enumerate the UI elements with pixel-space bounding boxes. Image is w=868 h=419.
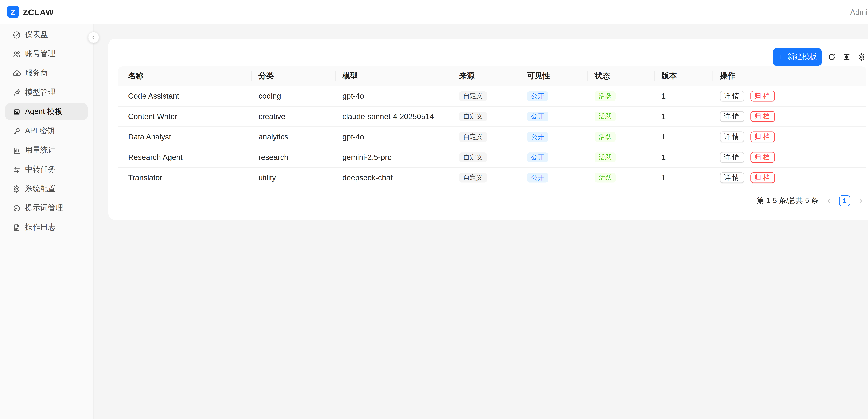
message-icon (12, 204, 21, 212)
source-tag: 自定义 (459, 112, 487, 121)
user-menu[interactable]: Admin (850, 8, 868, 16)
visibility-tag: 公开 (527, 91, 548, 101)
sidebar-item-label: 账号管理 (25, 49, 56, 59)
gear-icon (12, 185, 21, 193)
chevron-right-icon (858, 198, 864, 204)
sidebar-item-label: 仪表盘 (25, 30, 48, 40)
sidebar-item-prompts[interactable]: 提示词管理 (5, 200, 88, 216)
cell-version: 1 (655, 86, 713, 107)
refresh-button[interactable] (827, 52, 837, 62)
column-settings-button[interactable] (857, 52, 866, 62)
status-tag: 活跃 (595, 152, 616, 162)
sidebar-item-models[interactable]: 模型管理 (5, 84, 88, 101)
visibility-tag: 公开 (527, 173, 548, 183)
chevron-left-icon (91, 35, 96, 40)
sidebar-item-usage-stats[interactable]: 用量统计 (5, 142, 88, 159)
sidebar-item-label: 系统配置 (25, 184, 56, 194)
sidebar-item-api-keys[interactable]: API 密钥 (5, 122, 88, 140)
cell-actions: 详情 归档 (713, 168, 866, 188)
source-tag: 自定义 (459, 173, 487, 183)
cell-version: 1 (655, 106, 713, 127)
table-row: Research Agent research gemini-2.5-pro 自… (118, 147, 866, 168)
table-row: Code Assistant coding gpt-4o 自定义 公开 活跃 1… (118, 86, 866, 107)
pagination: 第 1-5 条/总共 5 条 1 (118, 195, 866, 206)
pagination-total: 第 1-5 条/总共 5 条 (757, 196, 818, 206)
cell-status: 活跃 (588, 106, 655, 127)
archive-button[interactable]: 归档 (750, 173, 775, 183)
sidebar-item-system-config[interactable]: 系统配置 (5, 180, 88, 197)
cloud-icon (12, 69, 21, 78)
cell-status: 活跃 (588, 147, 655, 168)
sidebar-item-dashboard[interactable]: 仪表盘 (5, 26, 88, 43)
cell-source: 自定义 (453, 127, 521, 147)
cell-visibility: 公开 (521, 127, 588, 147)
brand-logo-icon: Z (7, 6, 19, 18)
detail-button[interactable]: 详情 (720, 152, 744, 163)
archive-button[interactable]: 归档 (750, 111, 775, 122)
status-tag: 活跃 (595, 91, 616, 101)
cell-model: deepseek-chat (336, 168, 453, 188)
sidebar-nav: 仪表盘 账号管理 服务商 模型管理 Agent 模板 API 密钥 用量统计 中… (0, 26, 93, 236)
source-tag: 自定义 (459, 91, 487, 101)
sidebar-item-logs[interactable]: 操作日志 (5, 219, 88, 236)
cell-name: Translator (118, 168, 252, 188)
cell-name: Content Writer (118, 106, 252, 127)
sidebar-item-label: 操作日志 (25, 222, 56, 233)
cell-status: 活跃 (588, 127, 655, 147)
table-row: Translator utility deepseek-chat 自定义 公开 … (118, 168, 866, 188)
column-header-name: 名称 (118, 66, 252, 86)
new-template-label: 新建模板 (787, 52, 817, 62)
source-tag: 自定义 (459, 132, 487, 142)
sidebar-item-providers[interactable]: 服务商 (5, 65, 88, 82)
archive-button[interactable]: 归档 (750, 152, 775, 163)
key-icon (12, 127, 21, 135)
pagination-prev-button[interactable] (823, 195, 834, 206)
cell-status: 活跃 (588, 86, 655, 107)
reload-icon (828, 53, 836, 61)
row-density-button[interactable] (842, 52, 851, 62)
cell-model: claude-sonnet-4-20250514 (336, 106, 453, 127)
dashboard-icon (12, 30, 21, 39)
pagination-page-1[interactable]: 1 (839, 195, 850, 206)
robot-icon (12, 108, 21, 116)
cell-name: Data Analyst (118, 127, 252, 147)
table-row: Content Writer creative claude-sonnet-4-… (118, 106, 866, 127)
plus-icon (778, 54, 784, 60)
status-tag: 活跃 (595, 112, 616, 121)
archive-button[interactable]: 归档 (750, 91, 775, 101)
archive-button[interactable]: 归档 (750, 131, 775, 142)
bar-chart-icon (12, 146, 21, 154)
column-header-version: 版本 (655, 66, 713, 86)
cell-name: Code Assistant (118, 86, 252, 107)
sidebar-item-agent-templates[interactable]: Agent 模板 (5, 103, 88, 120)
cell-source: 自定义 (453, 86, 521, 107)
table-header-row: 名称分类模型来源可见性状态版本操作 (118, 66, 866, 86)
detail-button[interactable]: 详情 (720, 111, 744, 122)
brand: Z ZCLAW (7, 6, 54, 18)
detail-button[interactable]: 详情 (720, 91, 744, 101)
visibility-tag: 公开 (527, 112, 548, 121)
cell-version: 1 (655, 168, 713, 188)
cell-name: Research Agent (118, 147, 252, 168)
sidebar-collapse-button[interactable] (88, 32, 99, 43)
cell-model: gemini-2.5-pro (336, 147, 453, 168)
sidebar-item-label: API 密钥 (25, 126, 55, 136)
new-template-button[interactable]: 新建模板 (773, 48, 822, 65)
sidebar-item-relay-tasks[interactable]: 中转任务 (5, 161, 88, 178)
column-header-status: 状态 (588, 66, 655, 86)
swap-icon (12, 165, 21, 174)
settings-icon (857, 53, 866, 61)
plug-icon (12, 88, 21, 97)
templates-table: 名称分类模型来源可见性状态版本操作 Code Assistant coding … (118, 66, 866, 188)
app-root: Z ZCLAW Admin 仪表盘 账号管理 服务商 模型管理 Agent 模板… (0, 0, 868, 419)
brand-name: ZCLAW (23, 7, 54, 17)
cell-actions: 详情 归档 (713, 106, 866, 127)
top-header: Z ZCLAW Admin (0, 0, 868, 24)
cell-model: gpt-4o (336, 86, 453, 107)
sidebar-item-accounts[interactable]: 账号管理 (5, 45, 88, 62)
status-tag: 活跃 (595, 173, 616, 183)
file-icon (12, 223, 21, 232)
pagination-next-button[interactable] (855, 195, 866, 206)
detail-button[interactable]: 详情 (720, 173, 744, 183)
detail-button[interactable]: 详情 (720, 131, 744, 142)
